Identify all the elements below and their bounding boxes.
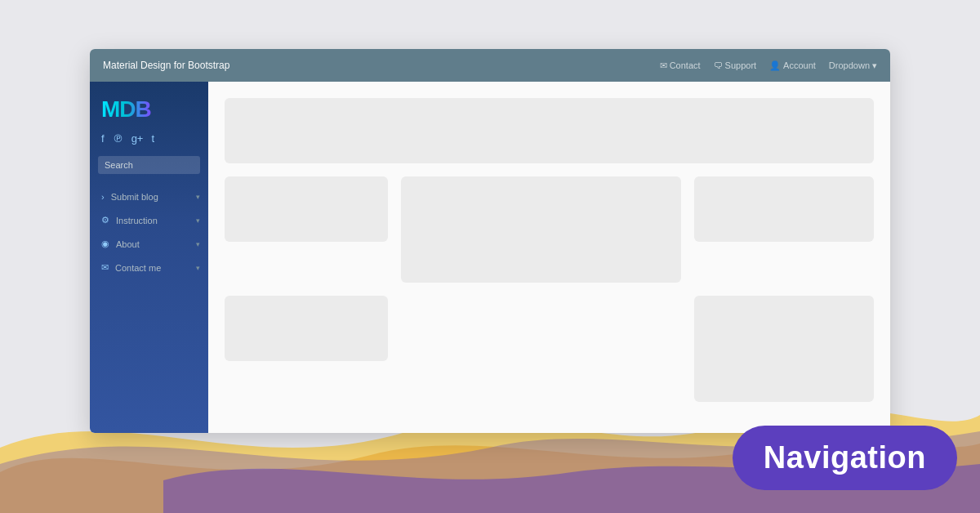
- placeholder-col2: [401, 176, 681, 283]
- placeholder-col4: [225, 296, 388, 361]
- chevron-down-icon-4: ▾: [196, 264, 200, 272]
- content-area: MDB f ℗ g+ t Search › Submit blog ▾ ⚙ In…: [90, 82, 890, 433]
- social-twitter[interactable]: t: [151, 132, 154, 145]
- placeholder-col1: [225, 176, 388, 242]
- contact-me-icon: ✉: [101, 262, 109, 273]
- about-icon: ◉: [101, 239, 109, 249]
- account-icon: 👤: [769, 60, 781, 71]
- instruction-icon: ⚙: [101, 215, 109, 225]
- dropdown-chevron-icon: ▾: [872, 60, 877, 71]
- navbar-support[interactable]: 🗨 Support: [714, 60, 757, 70]
- sidebar-search[interactable]: Search: [98, 156, 200, 174]
- navbar-contact[interactable]: ✉ Contact: [660, 60, 701, 71]
- spacer: [401, 296, 681, 402]
- sidebar-item-submit-blog[interactable]: › Submit blog ▾: [90, 185, 208, 208]
- content-row-3: [225, 296, 874, 402]
- social-googleplus[interactable]: g+: [131, 132, 144, 145]
- social-pinterest[interactable]: ℗: [113, 132, 123, 145]
- sidebar-logo: MDB: [90, 90, 208, 132]
- sidebar: MDB f ℗ g+ t Search › Submit blog ▾ ⚙ In…: [90, 82, 208, 433]
- support-icon: 🗨: [714, 60, 723, 70]
- sidebar-item-contact-me[interactable]: ✉ Contact me ▾: [90, 256, 208, 279]
- placeholder-wide: [225, 98, 874, 163]
- navbar-dropdown[interactable]: Dropdown ▾: [829, 60, 877, 71]
- chevron-down-icon: ▾: [196, 193, 200, 201]
- browser-window: Material Design for Bootstrap ✉ Contact …: [90, 49, 890, 433]
- logo-text: MDB: [101, 96, 151, 123]
- sidebar-item-instruction[interactable]: ⚙ Instruction ▾: [90, 208, 208, 232]
- content-row-1: [225, 98, 874, 163]
- navigation-label: Navigation: [764, 440, 926, 475]
- navbar-right: ✉ Contact 🗨 Support 👤 Account Dropdown ▾: [660, 60, 877, 71]
- chevron-down-icon-3: ▾: [196, 240, 200, 248]
- placeholder-col3: [694, 176, 874, 242]
- submit-blog-icon: ›: [101, 192, 105, 202]
- navbar-account[interactable]: 👤 Account: [769, 60, 816, 71]
- social-facebook[interactable]: f: [101, 132, 105, 145]
- top-navbar: Material Design for Bootstrap ✉ Contact …: [90, 49, 890, 82]
- main-content: [208, 82, 890, 433]
- navigation-label-container: Navigation: [733, 426, 957, 490]
- sidebar-item-about[interactable]: ◉ About ▾: [90, 232, 208, 256]
- placeholder-col6: [694, 296, 874, 402]
- chevron-down-icon-2: ▾: [196, 216, 200, 225]
- contact-icon: ✉: [660, 60, 667, 71]
- sidebar-social: f ℗ g+ t: [90, 132, 208, 156]
- navbar-brand: Material Design for Bootstrap: [103, 60, 229, 71]
- content-row-2: [225, 176, 874, 283]
